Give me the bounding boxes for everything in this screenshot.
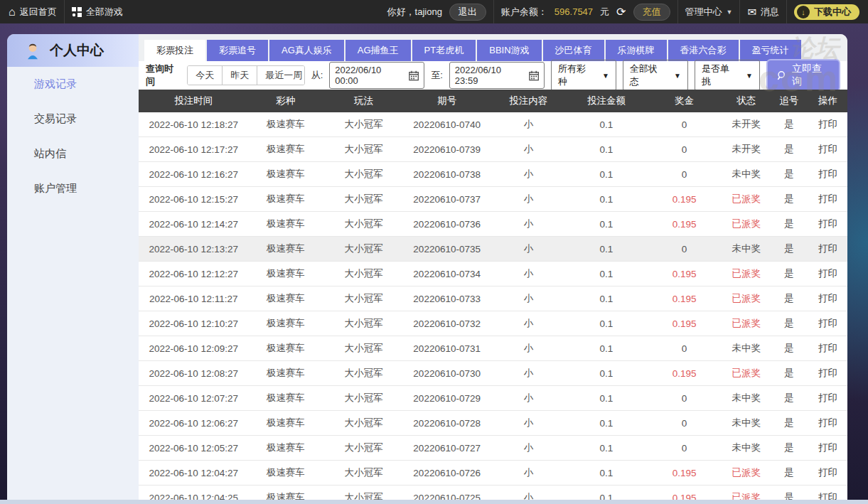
status-select[interactable]: 全部状态 ▼ (623, 60, 688, 91)
tab-AG捕鱼王[interactable]: AG捕鱼王 (345, 40, 411, 61)
quick-button-昨天[interactable]: 昨天 (222, 66, 257, 85)
back-home-label: 返回首页 (20, 6, 57, 18)
cell-prize: 0.195 (645, 194, 724, 205)
print-link[interactable]: 打印 (808, 168, 847, 181)
tab-香港六合彩[interactable]: 香港六合彩 (668, 40, 739, 61)
chevron-down-icon: ▼ (727, 9, 733, 16)
from-date-input[interactable]: 2022/06/10 00:00 (329, 62, 424, 89)
cell-content: 小 (489, 317, 567, 330)
filter-bar: 查询时间 今天昨天最近一周 从: 2022/06/10 00:00 至: 202… (139, 61, 847, 90)
tab-盈亏统计[interactable]: 盈亏统计 (740, 40, 801, 61)
tab-bar: 彩票投注彩票追号AG真人娱乐AG捕鱼王PT老虎机BBIN游戏沙巴体育乐游棋牌香港… (139, 34, 847, 61)
print-link[interactable]: 打印 (808, 367, 847, 380)
refresh-icon[interactable]: ⟳ (616, 5, 626, 18)
admin-center-menu[interactable]: 管理中心 ▼ (685, 6, 733, 18)
table-row: 2022-06-10 12:09:27极速赛车大小冠军20220610-0731… (139, 336, 847, 361)
print-link[interactable]: 打印 (808, 466, 847, 479)
sidebar-item-交易记录[interactable]: 交易记录 (7, 102, 139, 136)
table-row: 2022-06-10 12:04:27极速赛车大小冠军20220610-0726… (139, 461, 847, 486)
admin-center-label: 管理中心 (685, 6, 722, 18)
sidebar-item-账户管理[interactable]: 账户管理 (7, 171, 139, 206)
print-link[interactable]: 打印 (808, 292, 847, 305)
tab-沙巴体育[interactable]: 沙巴体育 (543, 40, 604, 61)
cell-lottery: 极速赛车 (249, 218, 323, 230)
print-link[interactable]: 打印 (808, 242, 847, 255)
divider (677, 0, 678, 23)
tab-乐游棋牌[interactable]: 乐游棋牌 (606, 40, 667, 61)
tab-彩票投注[interactable]: 彩票投注 (144, 40, 205, 61)
cell-chase: 是 (769, 193, 808, 205)
top-bar: ⌂ 返回首页 全部游戏 你好，tajiong 退出 账户余额： 596.7547… (0, 0, 868, 23)
search-button[interactable]: 立即查询 (766, 59, 840, 92)
cell-issue: 20220610-0730 (404, 368, 490, 379)
download-center-button[interactable]: ↓ 下载中心 (794, 4, 859, 20)
cell-content: 小 (489, 242, 567, 255)
print-link[interactable]: 打印 (808, 118, 847, 131)
messages-button[interactable]: ✉ 消息 (747, 6, 779, 18)
cell-lottery: 极速赛车 (249, 143, 323, 156)
cell-chase: 是 (769, 441, 808, 454)
cell-issue: 20220610-0736 (404, 219, 490, 230)
download-center-label: 下载中心 (814, 6, 851, 18)
cell-play: 大小冠军 (323, 118, 404, 131)
quick-button-今天[interactable]: 今天 (188, 66, 222, 85)
cell-chase: 是 (769, 218, 808, 230)
chevron-down-icon: ▼ (746, 72, 753, 80)
print-link[interactable]: 打印 (808, 392, 847, 404)
column-header-期号: 期号 (404, 95, 490, 107)
sidebar-item-游戏记录[interactable]: 游戏记录 (7, 67, 139, 102)
all-games-button[interactable]: 全部游戏 (72, 6, 123, 18)
cell-prize: 0 (645, 443, 724, 454)
lottery-type-select[interactable]: 所有彩种 ▼ (551, 60, 616, 91)
tab-AG真人娱乐[interactable]: AG真人娱乐 (269, 40, 344, 61)
messages-label: 消息 (761, 6, 779, 18)
to-label: 至: (431, 69, 443, 82)
print-link[interactable]: 打印 (808, 143, 847, 156)
single-pick-select[interactable]: 是否单挑 ▼ (695, 60, 760, 91)
print-link[interactable]: 打印 (808, 218, 847, 230)
tab-彩票追号[interactable]: 彩票追号 (207, 40, 268, 61)
table-row: 2022-06-10 12:15:27极速赛车大小冠军20220610-0737… (139, 187, 847, 212)
print-link[interactable]: 打印 (808, 193, 847, 205)
grid-icon (72, 7, 82, 17)
logout-button[interactable]: 退出 (449, 4, 486, 21)
cell-play: 大小冠军 (323, 392, 404, 404)
cell-chase: 是 (769, 392, 808, 404)
back-home-button[interactable]: ⌂ 返回首页 (9, 6, 57, 18)
cell-status: 未中奖 (723, 242, 769, 255)
recharge-button[interactable]: 充值 (633, 4, 670, 21)
cell-lottery: 极速赛车 (249, 168, 323, 181)
table-row: 2022-06-10 12:18:27极速赛车大小冠军20220610-0740… (139, 112, 847, 137)
cell-status: 已派奖 (723, 267, 769, 280)
print-link[interactable]: 打印 (808, 267, 847, 280)
print-link[interactable]: 打印 (808, 342, 847, 355)
cell-lottery: 极速赛车 (249, 466, 323, 479)
cell-chase: 是 (769, 417, 808, 429)
sidebar-header: 个人中心 (7, 34, 139, 67)
cell-amount: 0.1 (567, 119, 645, 130)
sidebar: 个人中心 游戏记录交易记录站内信账户管理 (7, 34, 139, 504)
tab-BBIN游戏[interactable]: BBIN游戏 (477, 40, 541, 61)
cell-time: 2022-06-10 12:06:27 (139, 418, 249, 429)
tab-PT老虎机[interactable]: PT老虎机 (412, 40, 476, 61)
cell-prize: 0 (645, 393, 724, 404)
print-link[interactable]: 打印 (808, 417, 847, 429)
column-header-投注金额: 投注金额 (567, 95, 645, 107)
cell-content: 小 (489, 392, 567, 404)
cell-lottery: 极速赛车 (249, 267, 323, 280)
cell-prize: 0.195 (645, 318, 724, 329)
cell-prize: 0.195 (645, 269, 724, 279)
calendar-icon[interactable] (529, 70, 539, 81)
envelope-icon: ✉ (747, 6, 756, 18)
print-link[interactable]: 打印 (808, 441, 847, 454)
cell-lottery: 极速赛车 (249, 292, 323, 305)
cell-status: 未中奖 (723, 342, 769, 355)
quick-button-最近一周[interactable]: 最近一周 (257, 66, 304, 85)
column-header-投注时间: 投注时间 (139, 95, 249, 107)
cell-chase: 是 (769, 342, 808, 355)
calendar-icon[interactable] (409, 70, 419, 81)
sidebar-item-站内信[interactable]: 站内信 (7, 136, 139, 171)
cell-lottery: 极速赛车 (249, 193, 323, 205)
to-date-input[interactable]: 2022/06/10 23:59 (449, 62, 545, 89)
print-link[interactable]: 打印 (808, 317, 847, 330)
